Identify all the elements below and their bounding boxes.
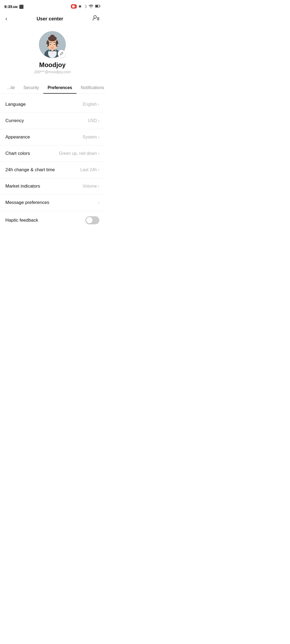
svg-point-23 [57,45,59,46]
message-preferences-label: Message preferences [5,200,49,205]
svg-point-20 [50,44,51,45]
haptic-feedback-row[interactable]: Haptic feedback [0,211,105,230]
chart-time-row[interactable]: 24h change & chart time Last 24h › [0,162,105,178]
record-icon [71,4,77,9]
chart-colors-value: Green up, red down › [59,151,99,156]
wifi-icon [89,4,93,9]
currency-row[interactable]: Currency USD › [0,113,105,129]
tab-preferences[interactable]: Preferences [43,82,77,93]
status-icons: ✱ ☽ [71,4,100,9]
chart-colors-chevron: › [98,151,99,156]
settings-list: Language English › Currency USD › Appear… [0,94,105,232]
svg-rect-3 [96,5,98,7]
page-title: User center [37,16,63,22]
appearance-chevron: › [98,135,99,140]
svg-point-22 [46,45,48,46]
account-button[interactable] [92,15,99,23]
avatar-edit-button[interactable] [58,50,65,57]
tabs-inner: ...ile Security Preferences Notification… [0,82,105,94]
chart-colors-label: Chart colors [5,151,30,156]
tab-security[interactable]: Security [19,82,43,93]
language-row[interactable]: Language English › [0,96,105,113]
market-indicators-current: Volume [82,184,97,189]
svg-rect-0 [72,5,74,8]
currency-chevron: › [98,118,99,123]
bluetooth-icon: ✱ [78,4,82,9]
chart-time-value: Last 24h › [80,167,99,172]
battery-icon [95,5,100,9]
user-email: 200***@moodjoy.com [34,70,71,74]
appearance-value: System › [82,135,99,140]
camera-icon: ⬛ [19,5,24,9]
appearance-current: System [82,135,97,140]
currency-value: USD › [88,118,99,123]
market-indicators-chevron: › [98,184,99,189]
top-nav: ‹ User center [0,12,105,26]
language-value: English › [83,102,99,107]
chart-time-chevron: › [98,167,99,172]
market-indicators-value: Volume › [82,184,99,189]
language-label: Language [5,102,26,107]
haptic-feedback-label: Haptic feedback [5,218,38,223]
chart-time-label: 24h change & chart time [5,167,55,173]
svg-marker-1 [74,6,75,7]
back-button[interactable]: ‹ [5,15,7,22]
status-bar: 9:35 AM ⬛ ✱ ☽ [0,0,105,12]
message-preferences-chevron: › [98,200,99,205]
moon-icon: ☽ [83,4,87,9]
svg-point-15 [50,35,55,39]
svg-point-5 [94,16,96,18]
avatar-section: Moodjoy 200***@moodjoy.com [0,26,105,77]
appearance-label: Appearance [5,134,30,140]
language-chevron: › [98,102,99,107]
message-preferences-value: › [98,200,99,205]
market-indicators-label: Market indicators [5,184,40,189]
currency-current: USD [88,118,97,123]
svg-point-21 [54,44,55,45]
tab-notifications[interactable]: Notifications [77,82,105,93]
status-am: AM [13,5,17,9]
message-preferences-row[interactable]: Message preferences › [0,195,105,211]
market-indicators-row[interactable]: Market indicators Volume › [0,178,105,195]
chart-colors-current: Green up, red down [59,151,97,156]
user-name: Moodjoy [39,61,66,69]
chart-time-current: Last 24h [80,167,97,172]
appearance-row[interactable]: Appearance System › [0,129,105,145]
toggle-knob [86,217,93,224]
currency-label: Currency [5,118,24,123]
avatar-wrapper [39,31,66,58]
svg-rect-4 [100,6,100,7]
haptic-feedback-toggle[interactable] [85,216,99,224]
tab-profile[interactable]: ...ile [3,82,19,93]
tabs-container: ...ile Security Preferences Notification… [0,82,105,94]
chart-colors-row[interactable]: Chart colors Green up, red down › [0,145,105,162]
status-time: 9:35 [4,4,12,9]
language-current: English [83,102,97,107]
